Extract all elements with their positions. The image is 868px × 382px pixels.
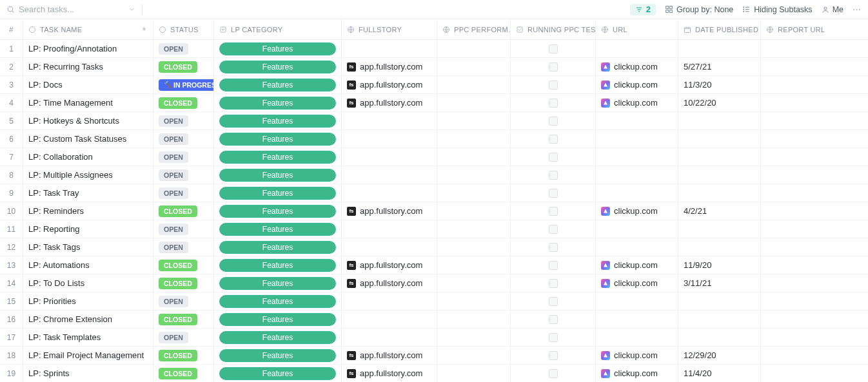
- status-cell[interactable]: CLOSED: [153, 365, 214, 382]
- running-ppc-checkbox[interactable]: [549, 297, 558, 306]
- running-ppc-cell[interactable]: [511, 292, 596, 310]
- table-row[interactable]: 8LP: Multiple AssigneesOPENFeatures: [0, 166, 868, 184]
- running-ppc-checkbox[interactable]: [549, 243, 558, 252]
- status-cell[interactable]: OPEN: [153, 166, 214, 184]
- table-row[interactable]: 1LP: Proofing/AnnotationOPENFeatures: [0, 40, 868, 58]
- report-url-cell[interactable]: [761, 274, 864, 292]
- url-cell[interactable]: clickup.com: [596, 58, 678, 75]
- report-url-cell[interactable]: [761, 76, 864, 93]
- me-button[interactable]: Me: [822, 5, 843, 14]
- ppc-performance-cell[interactable]: [437, 130, 511, 148]
- status-cell[interactable]: OPEN: [153, 148, 214, 166]
- header-date-published[interactable]: DATE PUBLISHED: [678, 19, 761, 39]
- fullstory-cell[interactable]: [342, 329, 437, 346]
- lp-category-cell[interactable]: Features: [214, 202, 342, 220]
- date-published-cell[interactable]: [678, 112, 761, 129]
- fullstory-link[interactable]: fsapp.fullstory.com: [347, 80, 422, 90]
- url-cell[interactable]: [596, 329, 678, 346]
- url-cell[interactable]: [596, 40, 678, 57]
- task-name-cell[interactable]: LP: Multiple Assignees: [23, 166, 153, 184]
- lp-category-cell[interactable]: Features: [214, 58, 342, 75]
- ppc-performance-cell[interactable]: [437, 365, 511, 382]
- running-ppc-cell[interactable]: [511, 76, 596, 93]
- table-row[interactable]: 16LP: Chrome ExtensionCLOSEDFeatures: [0, 310, 868, 329]
- report-url-cell[interactable]: [761, 292, 864, 310]
- url-cell[interactable]: [596, 148, 678, 166]
- header-lp-category[interactable]: LP CATEGORY: [214, 19, 342, 39]
- running-ppc-checkbox[interactable]: [549, 207, 558, 216]
- url-link[interactable]: clickup.com: [601, 260, 658, 270]
- running-ppc-cell[interactable]: [511, 40, 596, 57]
- ppc-performance-cell[interactable]: [437, 347, 511, 364]
- report-url-cell[interactable]: [761, 310, 864, 328]
- fullstory-cell[interactable]: fsapp.fullstory.com: [342, 202, 437, 220]
- lp-category-cell[interactable]: Features: [214, 94, 342, 111]
- status-cell[interactable]: CLOSED: [153, 202, 214, 220]
- ppc-performance-cell[interactable]: [437, 329, 511, 346]
- report-url-cell[interactable]: [761, 329, 864, 346]
- table-row[interactable]: 11LP: ReportingOPENFeatures: [0, 220, 868, 238]
- lp-category-cell[interactable]: Features: [214, 274, 342, 292]
- date-published-cell[interactable]: [678, 184, 761, 202]
- running-ppc-cell[interactable]: [511, 130, 596, 148]
- running-ppc-checkbox[interactable]: [549, 369, 558, 378]
- status-cell[interactable]: CLOSED: [153, 58, 214, 75]
- running-ppc-checkbox[interactable]: [549, 171, 558, 180]
- url-cell[interactable]: [596, 292, 678, 310]
- fullstory-cell[interactable]: fsapp.fullstory.com: [342, 347, 437, 364]
- report-url-cell[interactable]: [761, 347, 864, 364]
- lp-category-cell[interactable]: Features: [214, 148, 342, 166]
- url-cell[interactable]: clickup.com: [596, 94, 678, 111]
- url-cell[interactable]: [596, 310, 678, 328]
- task-name-cell[interactable]: LP: Sprints: [23, 365, 153, 382]
- table-row[interactable]: 7LP: CollaborationOPENFeatures: [0, 148, 868, 166]
- running-ppc-cell[interactable]: [511, 184, 596, 202]
- table-row[interactable]: 13LP: AutomationsCLOSEDFeaturesfsapp.ful…: [0, 256, 868, 274]
- fullstory-link[interactable]: fsapp.fullstory.com: [347, 206, 422, 216]
- ppc-performance-cell[interactable]: [437, 238, 511, 256]
- url-cell[interactable]: [596, 166, 678, 184]
- report-url-cell[interactable]: [761, 58, 864, 75]
- task-name-cell[interactable]: LP: Task Templates: [23, 329, 153, 346]
- running-ppc-checkbox[interactable]: [549, 351, 558, 360]
- status-cell[interactable]: OPEN: [153, 130, 214, 148]
- header-running-ppc[interactable]: RUNNING PPC TESTS: [511, 19, 596, 39]
- table-row[interactable]: 9LP: Task TrayOPENFeatures: [0, 184, 868, 202]
- url-cell[interactable]: [596, 238, 678, 256]
- fullstory-cell[interactable]: [342, 166, 437, 184]
- date-published-cell[interactable]: 5/27/21: [678, 58, 761, 75]
- lp-category-cell[interactable]: Features: [214, 292, 342, 310]
- status-cell[interactable]: OPEN: [153, 40, 214, 57]
- fullstory-cell[interactable]: [342, 292, 437, 310]
- lp-category-cell[interactable]: Features: [214, 76, 342, 93]
- fullstory-cell[interactable]: [342, 310, 437, 328]
- status-cell[interactable]: OPEN: [153, 184, 214, 202]
- ppc-performance-cell[interactable]: [437, 58, 511, 75]
- url-cell[interactable]: [596, 130, 678, 148]
- running-ppc-checkbox[interactable]: [549, 279, 558, 288]
- table-row[interactable]: 17LP: Task TemplatesOPENFeatures: [0, 329, 868, 347]
- date-published-cell[interactable]: [678, 238, 761, 256]
- running-ppc-checkbox[interactable]: [549, 117, 558, 126]
- ppc-performance-cell[interactable]: [437, 220, 511, 238]
- task-name-cell[interactable]: LP: Priorities: [23, 292, 153, 310]
- running-ppc-checkbox[interactable]: [549, 225, 558, 234]
- running-ppc-checkbox[interactable]: [549, 261, 558, 270]
- header-url[interactable]: URL: [596, 19, 678, 39]
- fullstory-cell[interactable]: fsapp.fullstory.com: [342, 76, 437, 93]
- ppc-performance-cell[interactable]: [437, 166, 511, 184]
- url-link[interactable]: clickup.com: [601, 368, 658, 378]
- date-published-cell[interactable]: [678, 148, 761, 166]
- lp-category-cell[interactable]: Features: [214, 310, 342, 328]
- date-published-cell[interactable]: [678, 220, 761, 238]
- url-cell[interactable]: [596, 112, 678, 129]
- table-row[interactable]: 6LP: Custom Task StatusesOPENFeatures: [0, 130, 868, 148]
- task-name-cell[interactable]: LP: Time Management: [23, 94, 153, 111]
- lp-category-cell[interactable]: Features: [214, 329, 342, 346]
- ppc-performance-cell[interactable]: [437, 202, 511, 220]
- lp-category-cell[interactable]: Features: [214, 220, 342, 238]
- report-url-cell[interactable]: [761, 238, 864, 256]
- running-ppc-cell[interactable]: [511, 166, 596, 184]
- fullstory-cell[interactable]: [342, 130, 437, 148]
- task-name-cell[interactable]: LP: Reminders: [23, 202, 153, 220]
